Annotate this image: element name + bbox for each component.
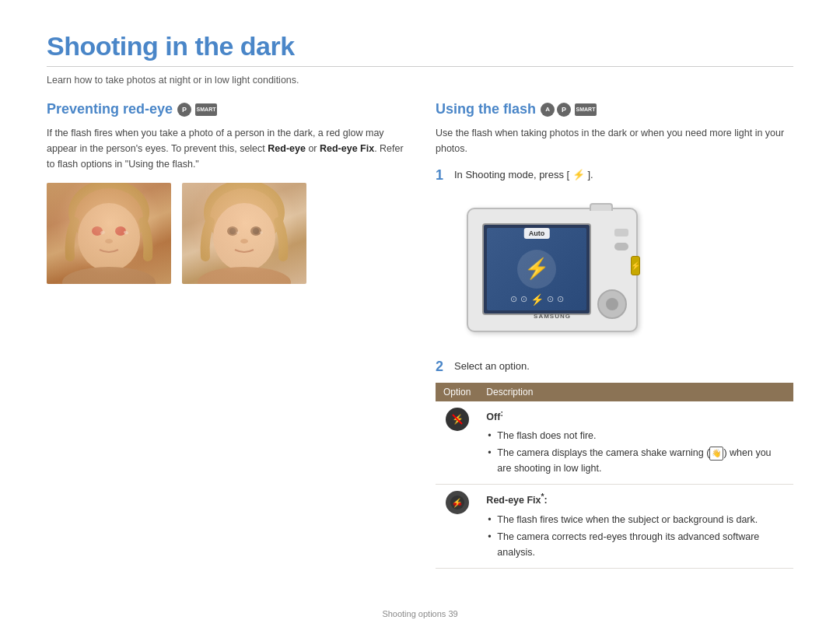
- face-svg-before: [47, 183, 171, 284]
- bold-red-eye: Red-eye: [268, 143, 306, 154]
- flash-off-svg: ⚡: [450, 412, 464, 426]
- option-off-name: Off:: [486, 408, 786, 425]
- option-redeye-bullets: The flash fires twice when the subject o…: [486, 512, 786, 560]
- option-desc-cell-off: Off: The flash does not fire. The camera…: [478, 401, 793, 485]
- step-1-number: 1: [436, 167, 448, 184]
- svg-point-18: [240, 239, 248, 243]
- svg-point-21: [260, 231, 264, 234]
- left-section-body: If the flash fires when you take a photo…: [47, 125, 404, 172]
- bullet-off-1: The flash does not fire.: [486, 428, 786, 443]
- option-redeye-content: Red-eye Fix*: The flash fires twice when…: [486, 491, 786, 559]
- svg-point-20: [236, 231, 240, 234]
- col-header-option: Option: [436, 383, 478, 401]
- options-table: Option Description ⚡: [436, 383, 793, 568]
- svg-point-28: [457, 503, 461, 506]
- flash-side-button: ⚡: [631, 256, 640, 275]
- left-title-icons: P SMART: [177, 103, 217, 117]
- icon-3: ⊙: [547, 294, 554, 304]
- camera-body: Auto ⚡ ⊙ ⊙ ⚡ ⊙ ⊙: [467, 208, 638, 332]
- svg-point-16: [229, 228, 236, 234]
- option-desc-cell-redeye: Red-eye Fix*: The flash fires twice when…: [478, 485, 793, 568]
- mode-icon-auto: A: [541, 103, 555, 117]
- flash-off-icon: ⚡: [446, 408, 469, 431]
- icon-4: ⊙: [557, 294, 564, 304]
- flash-btn-icon: ⚡: [632, 257, 639, 275]
- bullet-off-2: The camera displays the camera shake war…: [486, 445, 786, 476]
- body-text-2: or: [306, 143, 320, 154]
- left-section-title: Preventing red-eye P SMART: [47, 101, 404, 117]
- svg-point-6: [105, 239, 113, 243]
- step-1: 1 In Shooting mode, press [ ⚡ ].: [436, 167, 793, 184]
- svg-point-0: [68, 183, 149, 245]
- svg-point-14: [227, 226, 238, 236]
- photo-before: [47, 183, 171, 284]
- camera-screen-inner: Auto ⚡ ⊙ ⊙ ⚡ ⊙ ⊙: [487, 228, 586, 310]
- svg-point-9: [123, 230, 128, 235]
- photo-after: [182, 183, 306, 284]
- red-eye-fix-svg: ⚡: [450, 495, 465, 510]
- camera-top-bump: [590, 203, 613, 211]
- bullet-redeye-2: The camera corrects red-eyes through its…: [486, 529, 786, 560]
- svg-point-4: [92, 226, 103, 236]
- page-subtitle: Learn how to take photos at night or in …: [47, 75, 793, 86]
- table-header-row: Option Description: [436, 383, 793, 401]
- page-footer: Shooting options 39: [0, 609, 840, 618]
- left-column: Preventing red-eye P SMART If the flash …: [47, 101, 404, 569]
- svg-point-8: [100, 230, 105, 235]
- svg-point-1: [75, 188, 143, 247]
- step-2-text: Select an option.: [454, 359, 530, 374]
- svg-point-11: [210, 188, 278, 247]
- nav-wheel: [597, 289, 627, 319]
- samsung-label: SAMSUNG: [534, 313, 571, 320]
- right-section-title: Using the flash A P SMART: [436, 101, 793, 117]
- svg-point-17: [253, 228, 259, 234]
- icon-2: ⊙: [520, 294, 527, 304]
- option-icon-cell-redeye: ⚡: [436, 485, 478, 568]
- step-2-number: 2: [436, 359, 448, 376]
- camera-diagram: Auto ⚡ ⊙ ⊙ ⚡ ⊙ ⊙: [451, 192, 684, 348]
- left-title-text: Preventing red-eye: [47, 101, 173, 117]
- shake-icon: 👋: [709, 447, 723, 461]
- auto-badge: Auto: [524, 228, 550, 239]
- comparison-photos: [47, 183, 404, 284]
- svg-point-15: [250, 226, 261, 236]
- right-section-intro: Use the flash when taking photos in the …: [436, 125, 793, 156]
- svg-point-27: [453, 503, 457, 506]
- option-icon-cell: ⚡: [436, 401, 478, 485]
- svg-text:⚡: ⚡: [452, 497, 463, 508]
- mode-icon-p: P: [177, 103, 191, 117]
- table-body: ⚡ Off: The flash does not fire. The cam: [436, 401, 793, 568]
- page-title: Shooting in the dark: [47, 31, 793, 61]
- svg-rect-2: [100, 261, 118, 284]
- icon-1: ⊙: [510, 294, 517, 304]
- option-off-bullets: The flash does not fire. The camera disp…: [486, 428, 786, 476]
- nav-group: [597, 289, 627, 319]
- mode-icon-p2: P: [557, 103, 571, 117]
- flash-circle: ⚡: [517, 250, 556, 289]
- step-1-text: In Shooting mode, press [ ⚡ ].: [454, 167, 593, 183]
- screen-bottom-icons: ⊙ ⊙ ⚡ ⊙ ⊙: [510, 293, 564, 306]
- page-container: Shooting in the dark Learn how to take p…: [0, 0, 840, 634]
- right-column: Using the flash A P SMART Use the flash …: [436, 101, 793, 569]
- step-2: 2 Select an option.: [436, 359, 793, 376]
- table-row: ⚡ Red-eye Fix*: The flash fires twice: [436, 485, 793, 568]
- icon-flash-active: ⚡: [530, 293, 544, 306]
- option-redeye-name: Red-eye Fix*:: [486, 491, 786, 508]
- svg-rect-12: [235, 261, 254, 284]
- table-header: Option Description: [436, 383, 793, 401]
- svg-point-19: [198, 267, 291, 284]
- face-svg-after: [182, 183, 306, 284]
- cam-btn-1: [614, 229, 628, 236]
- right-title-icons: A P SMART: [541, 103, 597, 117]
- mode-icon-smart: SMART: [195, 103, 217, 116]
- bullet-redeye-1: The flash fires twice when the subject o…: [486, 512, 786, 527]
- flash-lightning: ⚡: [524, 257, 549, 281]
- svg-point-5: [115, 226, 126, 236]
- two-column-layout: Preventing red-eye P SMART If the flash …: [47, 101, 793, 569]
- svg-point-10: [204, 183, 285, 245]
- option-off-content: Off: The flash does not fire. The camera…: [486, 408, 786, 476]
- svg-point-3: [78, 203, 140, 271]
- mode-icon-smart2: SMART: [575, 103, 597, 116]
- right-title-text: Using the flash: [436, 101, 536, 117]
- bold-red-eye-fix: Red-eye Fix: [320, 143, 374, 154]
